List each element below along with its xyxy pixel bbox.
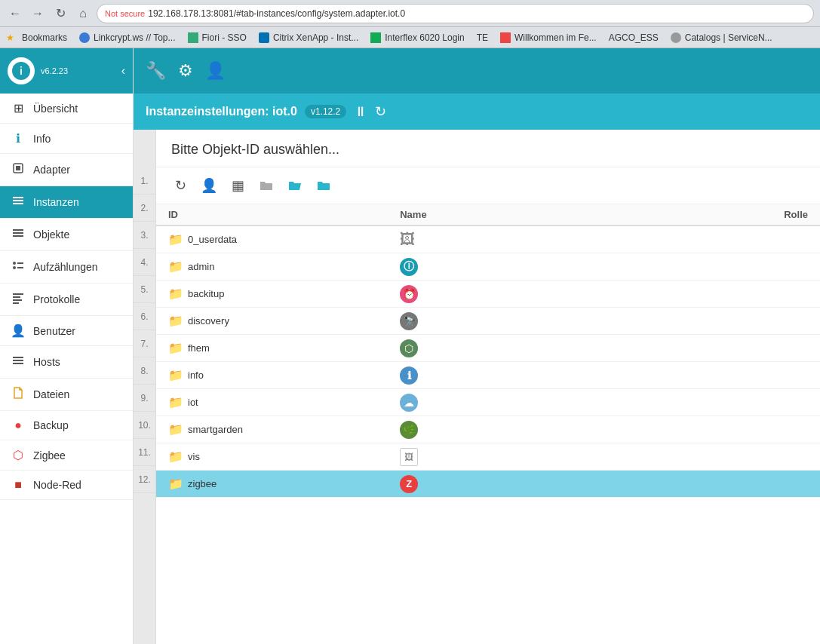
zigbee-adapter-icon: Z [400, 475, 418, 493]
svg-rect-9 [13, 235, 23, 237]
sidebar-item-zigbee[interactable]: ⬡ Zigbee [0, 440, 133, 471]
svg-rect-19 [13, 360, 23, 361]
row-num-5: 5. [134, 276, 155, 303]
forward-button[interactable]: → [29, 5, 47, 23]
row-id-admin: 📁 admin [168, 259, 400, 274]
dialog-folder-open-button[interactable] [283, 173, 307, 198]
sidebar-item-protokolle[interactable]: Protokolle [0, 284, 133, 316]
sidebar-header: i v6.2.23 ‹ [0, 48, 133, 94]
instance-settings-bar: Instanzeinstellungen: iot.0 v1.12.2 ⏸ ↻ [134, 94, 820, 130]
row-num-11: 11. [134, 439, 155, 466]
sidebar-item-dateien[interactable]: Dateien [0, 379, 133, 411]
home-button[interactable]: ⌂ [74, 5, 92, 23]
table-row[interactable]: 📁 admin Ⓘ [156, 253, 820, 281]
dialog-refresh-button[interactable]: ↻ [168, 173, 192, 198]
bookmark-agco[interactable]: AGCO_ESS [604, 31, 663, 44]
folder-icon: 📁 [168, 449, 183, 464]
row-name-fhem: ⬡ [400, 339, 748, 357]
col-id-header: ID [168, 209, 400, 220]
bookmarks-bar: ★ Bookmarks Linkcrypt.ws // Top... Fiori… [0, 27, 820, 48]
sidebar-item-aufzaehlungen[interactable]: Aufzählungen [0, 251, 133, 284]
bookmark-te[interactable]: TE [472, 31, 493, 44]
bookmark-linkcrypt[interactable]: Linkcrypt.ws // Top... [75, 31, 180, 44]
folder-icon: 📁 [168, 287, 183, 301]
svg-rect-4 [13, 197, 23, 198]
dialog-folder-button[interactable] [254, 173, 278, 198]
admin-adapter-icon: Ⓘ [400, 258, 418, 276]
folder-icon: 📁 [168, 477, 183, 491]
folder-icon: 📁 [168, 422, 183, 437]
svg-rect-16 [13, 299, 22, 301]
top-toolbar: 🔧 ⚙ 👤 [134, 48, 820, 94]
sidebar-item-label: Backup [33, 419, 69, 431]
bookmark-fiori[interactable]: Fiori - SSO [183, 31, 251, 44]
settings-icon[interactable]: ⚙ [178, 61, 193, 81]
sidebar-item-uebersicht[interactable]: ⊞ Übersicht [0, 94, 133, 124]
dialog-grid-button[interactable]: ▦ [226, 173, 250, 198]
user-icon[interactable]: 👤 [205, 61, 226, 81]
row-id-smartgarden: 📁 smartgarden [168, 422, 400, 437]
table-row[interactable]: 📁 fhem ⬡ [156, 335, 820, 362]
svg-rect-8 [13, 232, 23, 234]
back-button[interactable]: ← [6, 5, 24, 23]
table-row[interactable]: 📁 smartgarden 🌿 [156, 416, 820, 443]
svg-rect-17 [13, 302, 19, 304]
dialog-folder-alt-button[interactable] [312, 173, 336, 198]
bookmark-willkommen[interactable]: Willkommen im Fe... [496, 31, 601, 44]
sidebar-item-benutzer[interactable]: 👤 Benutzer [0, 316, 133, 346]
bookmark-catalogs[interactable]: Catalogs | ServiceN... [666, 31, 777, 44]
folder-icon: 📁 [168, 232, 183, 247]
sidebar-item-adapter[interactable]: Adapter [0, 154, 133, 186]
svg-rect-5 [13, 200, 23, 201]
dialog-user-button[interactable]: 👤 [197, 173, 221, 198]
row-name-vis: 🖼 [400, 448, 748, 466]
row-id-discovery: 📁 discovery [168, 314, 400, 328]
table-row-zigbee[interactable]: 📁 zigbee Z [156, 471, 820, 498]
row-numbers: 1. 2. 3. 4. 5. 6. 7. 8. 9. 10. 11. 12. [134, 130, 156, 644]
reload-button[interactable]: ↻ [51, 5, 69, 23]
table-row[interactable]: 📁 iot ☁ [156, 389, 820, 416]
info-icon: ℹ [11, 131, 26, 146]
bookmark-interflex[interactable]: Interflex 6020 Login [366, 31, 468, 44]
table-row[interactable]: 📁 vis 🖼 [156, 443, 820, 471]
row-id-iot: 📁 iot [168, 395, 400, 409]
bookmark-item[interactable]: Bookmarks [17, 31, 72, 44]
sidebar-item-objekte[interactable]: Objekte [0, 219, 133, 251]
address-bar[interactable]: Not secure 192.168.178.13:8081/#tab-inst… [97, 4, 814, 23]
folder-icon: 📁 [168, 341, 183, 355]
info-adapter-icon: ℹ [400, 366, 418, 385]
table-row[interactable]: 📁 info ℹ [156, 362, 820, 389]
sidebar-item-node-red[interactable]: ■ Node-Red [0, 471, 133, 500]
refresh-button[interactable]: ↻ [375, 103, 386, 120]
row-name-zigbee: Z [400, 475, 748, 493]
sidebar-item-instanzen[interactable]: Instanzen [0, 186, 133, 219]
row-num-3: 3. [134, 222, 155, 249]
sidebar-item-label: Adapter [33, 164, 70, 176]
sidebar-item-info[interactable]: ℹ Info [0, 124, 133, 154]
object-table: ID Name Rolle 📁 0_userdata 🖼 [156, 204, 820, 644]
table-row[interactable]: 📁 0_userdata 🖼 [156, 226, 820, 253]
table-row[interactable]: 📁 backitup ⏰ [156, 281, 820, 308]
zigbee-nav-icon: ⬡ [11, 448, 26, 462]
pause-button[interactable]: ⏸ [354, 104, 367, 120]
row-name-backitup: ⏰ [400, 285, 748, 303]
hosts-icon [11, 354, 26, 370]
dateien-icon [11, 386, 26, 403]
wrench-icon[interactable]: 🔧 [146, 61, 166, 81]
table-row[interactable]: 📁 discovery 🔭 [156, 308, 820, 335]
folder-icon: 📁 [168, 259, 183, 274]
aufzaehlungen-icon [11, 259, 26, 275]
row-name-admin: Ⓘ [400, 258, 748, 276]
sidebar: i v6.2.23 ‹ ⊞ Übersicht ℹ Info Adapter [0, 48, 134, 644]
discovery-adapter-icon: 🔭 [400, 312, 418, 330]
svg-rect-18 [13, 357, 23, 358]
sidebar-toggle-button[interactable]: ‹ [121, 64, 125, 78]
svg-point-12 [13, 266, 16, 269]
bookmark-citrix[interactable]: Citrix XenApp - Inst... [254, 31, 363, 44]
sidebar-item-label: Zigbee [33, 449, 66, 462]
sidebar-item-backup[interactable]: ● Backup [0, 411, 133, 440]
content-area: 1. 2. 3. 4. 5. 6. 7. 8. 9. 10. 11. 12. B… [134, 130, 820, 644]
svg-text:i: i [20, 65, 23, 77]
sidebar-item-label: Aufzählungen [33, 261, 98, 273]
sidebar-item-hosts[interactable]: Hosts [0, 346, 133, 379]
